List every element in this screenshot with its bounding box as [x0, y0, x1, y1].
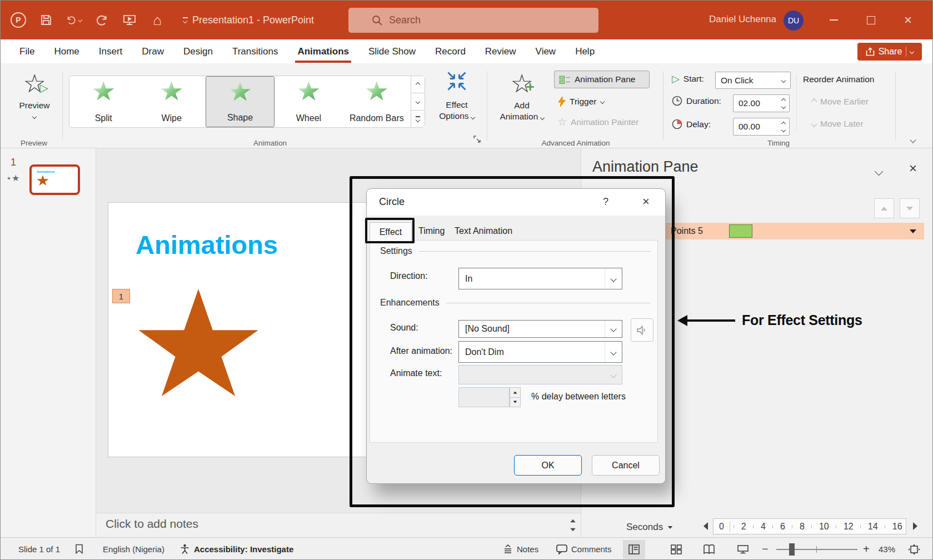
- cancel-button[interactable]: Cancel: [592, 455, 660, 476]
- spellcheck-icon[interactable]: [74, 538, 84, 560]
- direction-select[interactable]: In: [458, 268, 622, 289]
- pane-move-down-button[interactable]: [900, 198, 920, 218]
- animation-indicator-icon[interactable]: ⋆★: [6, 173, 19, 183]
- trigger-button[interactable]: Trigger: [557, 96, 604, 107]
- reading-view-button[interactable]: [698, 540, 720, 559]
- start-select[interactable]: On Click: [715, 72, 791, 89]
- add-animation-button[interactable]: ☆ + Add Animation: [500, 69, 544, 122]
- preview-button[interactable]: ☆ ▷ Preview: [13, 69, 56, 118]
- timeline-ruler[interactable]: 0 24 68 1012 1416: [713, 518, 906, 534]
- pane-move-up-button[interactable]: [874, 198, 894, 218]
- zoom-out-button[interactable]: −: [762, 538, 769, 560]
- tab-view[interactable]: View: [535, 41, 557, 63]
- gallery-expand[interactable]: [411, 111, 425, 127]
- notes-toggle[interactable]: Notes: [503, 538, 538, 560]
- animation-timeline-bar[interactable]: [729, 224, 752, 238]
- animation-dialog-launcher[interactable]: [473, 136, 481, 146]
- tab-file[interactable]: File: [18, 41, 36, 63]
- tab-animations[interactable]: Animations: [296, 41, 350, 63]
- notes-scroll-up-icon[interactable]: [570, 519, 576, 523]
- zoom-slider-handle[interactable]: [789, 543, 795, 556]
- gallery-item-wipe[interactable]: Wipe: [137, 76, 205, 127]
- tab-home[interactable]: Home: [53, 41, 80, 63]
- move-later-icon: [811, 121, 817, 127]
- delay-spinner[interactable]: 00.00: [733, 118, 790, 136]
- animate-text-label: Animate text:: [390, 368, 442, 378]
- sound-volume-button[interactable]: [631, 318, 653, 342]
- gallery-item-split[interactable]: Split: [69, 76, 137, 127]
- animation-pane-button[interactable]: Animation Pane: [554, 71, 650, 88]
- move-later-button[interactable]: Move Later: [812, 119, 864, 129]
- slide-sorter-view-button[interactable]: [665, 540, 687, 559]
- seconds-dropdown[interactable]: Seconds: [626, 522, 673, 533]
- dialog-tab-timing[interactable]: Timing: [418, 226, 445, 236]
- dialog-help-icon[interactable]: ?: [603, 196, 608, 208]
- slide-show-view-button[interactable]: [732, 540, 754, 559]
- slide-thumbnail[interactable]: Animations: [29, 164, 80, 195]
- accessibility-icon: [179, 538, 190, 560]
- animation-painter-button[interactable]: ☆ Animation Painter: [557, 117, 638, 127]
- dialog-close-icon[interactable]: ×: [642, 194, 650, 209]
- tab-transitions[interactable]: Transitions: [231, 41, 280, 63]
- slideshow-from-start-icon[interactable]: [122, 12, 137, 28]
- duration-spinner[interactable]: 02.00: [733, 94, 790, 112]
- zoom-in-button[interactable]: +: [863, 538, 870, 560]
- share-button[interactable]: Share: [857, 43, 922, 61]
- maximize-button[interactable]: [854, 1, 888, 39]
- duration-up-icon[interactable]: [781, 98, 786, 102]
- home-icon[interactable]: ⌂: [149, 12, 165, 28]
- minimize-button[interactable]: [816, 1, 851, 39]
- normal-view-button[interactable]: [623, 540, 645, 559]
- account-name[interactable]: Daniel Uchenna: [709, 14, 776, 25]
- gallery-scroll-down[interactable]: [411, 93, 425, 111]
- dialog-tab-effect[interactable]: Effect: [370, 222, 412, 241]
- customize-qat-icon[interactable]: [177, 12, 193, 28]
- sound-select[interactable]: [No Sound]: [458, 320, 622, 338]
- save-icon[interactable]: [38, 12, 54, 28]
- pane-close-icon[interactable]: ×: [909, 161, 917, 176]
- gallery-item-random-bars[interactable]: Random Bars: [343, 76, 411, 127]
- tab-help[interactable]: Help: [574, 41, 596, 63]
- share-dropdown-icon[interactable]: [910, 49, 914, 54]
- pane-collapse-icon[interactable]: [875, 167, 884, 176]
- redo-icon[interactable]: [94, 12, 109, 28]
- collapse-ribbon-icon[interactable]: [911, 134, 915, 144]
- slide-title[interactable]: Animations: [136, 229, 278, 260]
- tab-record[interactable]: Record: [434, 41, 467, 63]
- undo-icon[interactable]: [66, 12, 82, 28]
- close-button[interactable]: ×: [891, 1, 925, 39]
- move-earlier-button[interactable]: Move Earlier: [812, 97, 869, 107]
- search-input[interactable]: Search: [348, 8, 598, 33]
- tab-insert[interactable]: Insert: [98, 41, 124, 63]
- ok-button[interactable]: OK: [514, 455, 582, 476]
- notes-area[interactable]: Click to add notes: [96, 513, 581, 537]
- after-animation-select[interactable]: Don't Dim: [458, 341, 622, 363]
- tab-draw[interactable]: Draw: [141, 41, 165, 63]
- timeline-scroll-right-icon[interactable]: [913, 522, 917, 530]
- tab-review[interactable]: Review: [484, 41, 517, 63]
- gallery-item-wheel[interactable]: Wheel: [275, 76, 342, 127]
- undo-dropdown-icon[interactable]: [78, 18, 83, 22]
- language-status[interactable]: English (Nigeria): [103, 538, 164, 560]
- effect-options-button[interactable]: Effect Options: [431, 70, 482, 122]
- tab-slide-show[interactable]: Slide Show: [367, 41, 417, 63]
- tab-design[interactable]: Design: [182, 41, 214, 63]
- accessibility-status[interactable]: Accessibility: Investigate: [194, 538, 293, 560]
- animation-item-dropdown-icon[interactable]: [910, 229, 916, 233]
- zoom-slider-track[interactable]: [776, 549, 857, 550]
- delay-up-icon[interactable]: [781, 121, 786, 126]
- dialog-title: Circle: [379, 196, 405, 208]
- gallery-item-shape[interactable]: Shape: [206, 76, 275, 127]
- avatar[interactable]: DU: [784, 11, 804, 31]
- notes-scroll-down-icon[interactable]: [570, 528, 576, 532]
- powerpoint-logo-icon[interactable]: P: [11, 12, 26, 28]
- slide-star-shape[interactable]: [136, 289, 261, 407]
- timeline-scroll-left-icon[interactable]: [704, 522, 708, 530]
- comments-toggle[interactable]: Comments: [556, 538, 612, 560]
- fit-to-window-button[interactable]: [903, 540, 925, 559]
- zoom-level[interactable]: 43%: [879, 538, 895, 560]
- gallery-scroll-up[interactable]: [411, 76, 425, 93]
- dialog-tab-text-animation[interactable]: Text Animation: [455, 226, 512, 236]
- duration-down-icon[interactable]: [781, 104, 786, 108]
- delay-down-icon[interactable]: [781, 127, 786, 132]
